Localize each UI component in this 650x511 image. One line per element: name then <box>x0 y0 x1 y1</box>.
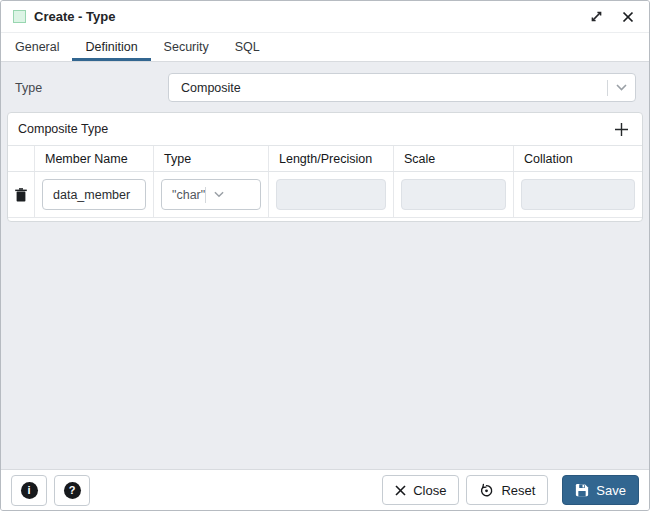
title-bar: Create - Type <box>1 1 649 33</box>
type-label: Type <box>15 81 168 95</box>
member-name-cell <box>35 172 154 217</box>
window-close-button[interactable] <box>619 8 637 26</box>
row-actions-cell <box>8 172 35 217</box>
composite-type-title: Composite Type <box>18 122 609 136</box>
type-select[interactable]: Composite <box>168 73 636 102</box>
tab-definition[interactable]: Definition <box>72 33 150 61</box>
reset-button[interactable]: Reset <box>466 475 548 505</box>
close-icon <box>622 11 634 23</box>
member-name-input[interactable] <box>42 179 146 210</box>
table-row: "char" <box>8 172 642 218</box>
save-button[interactable]: Save <box>562 475 639 505</box>
plus-icon <box>614 122 629 137</box>
tab-general[interactable]: General <box>2 33 72 61</box>
maximize-icon <box>590 10 603 23</box>
chevron-down-icon <box>608 84 635 91</box>
add-row-button[interactable] <box>609 117 633 141</box>
chevron-down-icon <box>206 191 232 198</box>
tab-sql-label: SQL <box>235 40 260 54</box>
collation-input <box>521 179 635 210</box>
tab-sql[interactable]: SQL <box>222 33 273 61</box>
maximize-button[interactable] <box>587 8 605 26</box>
info-icon: i <box>21 482 38 499</box>
close-button[interactable]: Close <box>382 475 459 505</box>
collation-cell <box>514 172 642 217</box>
length-precision-cell <box>269 172 394 217</box>
column-header-length-precision: Length/Precision <box>269 146 394 171</box>
type-select-value: Composite <box>181 81 607 95</box>
tab-security[interactable]: Security <box>151 33 222 61</box>
footer-bar: i ? Close Reset <box>1 469 649 510</box>
composite-type-header: Composite Type <box>8 113 642 145</box>
member-type-select[interactable]: "char" <box>161 179 261 210</box>
member-type-value: "char" <box>172 188 205 202</box>
close-x-icon <box>395 485 406 496</box>
help-button[interactable]: ? <box>54 475 90 506</box>
definition-panel: Type Composite Composite Type <box>1 62 649 469</box>
tab-security-label: Security <box>164 40 209 54</box>
type-row: Type Composite <box>1 62 649 112</box>
composite-type-panel: Composite Type Member Name Type Length/P… <box>7 112 643 222</box>
column-header-scale: Scale <box>394 146 514 171</box>
tab-bar: General Definition Security SQL <box>1 33 649 62</box>
close-button-label: Close <box>413 483 446 498</box>
column-header-collation: Collation <box>514 146 642 171</box>
reset-button-label: Reset <box>501 483 535 498</box>
column-header-member-name: Member Name <box>35 146 154 171</box>
help-icon: ? <box>64 482 81 499</box>
create-type-dialog: Create - Type General Definition Securit… <box>0 0 650 511</box>
info-button[interactable]: i <box>11 475 47 506</box>
dialog-title: Create - Type <box>34 9 115 24</box>
column-header-actions <box>8 146 35 171</box>
tab-general-label: General <box>15 40 59 54</box>
length-precision-input <box>276 179 386 210</box>
column-header-type: Type <box>154 146 269 171</box>
type-icon <box>13 10 26 23</box>
reset-icon <box>479 483 494 498</box>
delete-row-button[interactable] <box>13 186 29 204</box>
save-button-label: Save <box>596 483 626 498</box>
tab-definition-label: Definition <box>85 40 137 54</box>
member-type-cell: "char" <box>154 172 269 217</box>
save-icon <box>575 483 589 497</box>
trash-icon <box>15 188 27 202</box>
scale-cell <box>394 172 514 217</box>
scale-input <box>401 179 506 210</box>
grid-header: Member Name Type Length/Precision Scale … <box>8 145 642 172</box>
